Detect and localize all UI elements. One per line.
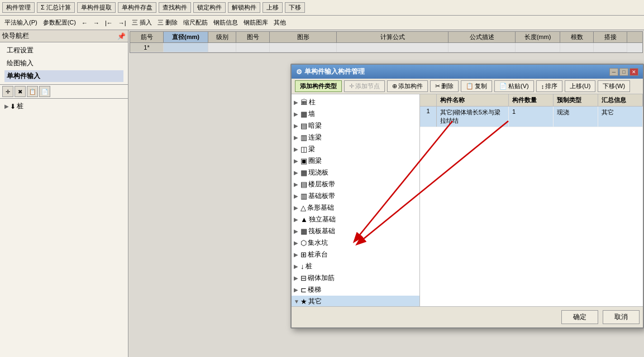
- tree-node-pile-cap[interactable]: ▶ ⊞ 桩承台: [292, 249, 419, 260]
- strip-foundation-icon: △: [300, 204, 306, 212]
- tree-node-floor-belt[interactable]: ▶ ▤ 楼层板带: [292, 178, 419, 190]
- tree-node-beam[interactable]: ▶ ◫ 梁: [292, 143, 419, 155]
- expand-icon: ▶: [4, 103, 9, 109]
- sidebar-icon-3[interactable]: 📋: [27, 86, 38, 97]
- list-th-type: 预制类型: [554, 94, 598, 106]
- expand-icon-hidden-beam: ▶: [294, 123, 299, 129]
- toolbar-param-config[interactable]: 参数配置(C): [41, 18, 78, 27]
- right-content: 筋号 直径(mm) 级别 图号 图形 计算公式 公式描述 长度(mm) 根数 搭…: [128, 30, 644, 357]
- list-th-num: [420, 94, 437, 106]
- ring-beam-icon: ▣: [300, 157, 307, 165]
- tree-node-connecting-beam[interactable]: ▶ ▥ 连梁: [292, 132, 419, 143]
- toolbar-first[interactable]: |←: [103, 19, 115, 27]
- sort-icon: ↕: [541, 83, 545, 90]
- sidebar-icon-2[interactable]: ✖: [15, 86, 26, 97]
- toolbar-single-extract[interactable]: 单构件提取: [77, 2, 116, 13]
- tree-node-beam-label: 梁: [308, 144, 315, 154]
- dlg-move-down-button[interactable]: 下移(W): [598, 80, 630, 92]
- ok-button[interactable]: 确定: [561, 310, 598, 324]
- copy-button[interactable]: 📋 复制: [461, 80, 492, 92]
- tree-node-masonry-rebar[interactable]: ▶ ⊟ 砌体加筋: [292, 272, 419, 284]
- tree-item-pile[interactable]: ▶ ⬇ 桩: [4, 101, 123, 112]
- toolbar-insert[interactable]: 三 插入: [130, 18, 154, 27]
- nav-drawing-input[interactable]: 绘图输入: [4, 57, 123, 69]
- dialog-restore-btn[interactable]: □: [619, 68, 628, 76]
- toolbar-move-up[interactable]: 上移: [263, 2, 283, 13]
- dlg-move-up-button[interactable]: 上移(U): [565, 80, 595, 92]
- tree-node-wall-label: 墙: [308, 109, 315, 119]
- tree-node-hidden-beam-label: 暗梁: [308, 121, 322, 131]
- component-tree-panel: ▶ 🏛 柱 ▶ ▦ 墙 ▶ ▤ 暗梁: [292, 94, 420, 306]
- add-component-button[interactable]: ⊕ 添加构件: [387, 80, 428, 92]
- left-sidebar: 快导航栏 📌 工程设置 绘图输入 单构件输入 ✛ ✖ 📋 📄 ▶ ⬇ 桩: [0, 30, 128, 357]
- list-th-count: 构件数量: [509, 94, 554, 106]
- pile-icon: ↓: [300, 262, 304, 271]
- nav-project-settings[interactable]: 工程设置: [4, 45, 123, 56]
- toolbar-sum-calc[interactable]: Σ 汇总计算: [37, 2, 75, 13]
- dialog-minimize-btn[interactable]: ─: [609, 68, 618, 76]
- expand-icon-ring-beam: ▶: [294, 158, 299, 164]
- tree-node-foundation-belt[interactable]: ▶ ▥ 基础板带: [292, 190, 419, 202]
- tree-node-sump[interactable]: ▶ ⬡ 集水坑: [292, 237, 419, 249]
- pile-cap-icon: ⊞: [300, 250, 307, 259]
- tree-node-isolated-foundation[interactable]: ▶ ▲ 独立基础: [292, 214, 419, 225]
- list-row-type: 现浇: [554, 107, 598, 127]
- tree-node-strip-foundation[interactable]: ▶ △ 条形基础: [292, 202, 419, 214]
- toolbar-single-save[interactable]: 单构件存盘: [118, 2, 156, 13]
- sidebar-tree: ▶ ⬇ 桩: [0, 99, 128, 114]
- tree-node-floor-belt-label: 楼层板带: [308, 180, 335, 189]
- cast-slab-icon: ▦: [300, 168, 307, 177]
- tree-node-column[interactable]: ▶ 🏛 柱: [292, 97, 419, 108]
- list-row-1[interactable]: 1 其它|砌体墙长5米与梁拉结结 1 现浇 其它: [420, 107, 643, 127]
- add-type-button[interactable]: 添加构件类型: [295, 80, 342, 92]
- toolbar-rebar-info[interactable]: 钢筋信息: [211, 18, 240, 27]
- tree-node-wall[interactable]: ▶ ▦ 墙: [292, 108, 419, 120]
- expand-icon-beam: ▶: [294, 146, 299, 152]
- column-icon: 🏛: [300, 98, 308, 107]
- toolbar-last[interactable]: →|: [116, 19, 128, 27]
- toolbar-rebar-library[interactable]: 钢筋图库: [241, 18, 270, 27]
- tree-node-pile[interactable]: ▶ ↓ 桩: [292, 260, 419, 272]
- list-header: 构件名称 构件数量 预制类型 汇总信息: [420, 94, 643, 107]
- toolbar-flat-input[interactable]: 平法输入(P): [2, 18, 40, 27]
- tree-node-ring-beam[interactable]: ▶ ▣ 圈梁: [292, 155, 419, 167]
- paste-button[interactable]: 📄 粘贴(V): [494, 80, 534, 92]
- toolbar-unlock-component[interactable]: 解锁构件: [228, 2, 260, 13]
- floor-belt-icon: ▤: [300, 180, 307, 189]
- tree-node-hidden-beam[interactable]: ▶ ▤ 暗梁: [292, 120, 419, 132]
- add-node-button[interactable]: ✛ 添加节点: [344, 80, 385, 92]
- list-row-count: 1: [509, 107, 554, 127]
- other-icon: ★: [300, 297, 307, 306]
- cancel-button[interactable]: 取消: [603, 310, 640, 324]
- staircase-icon: ⊏: [300, 286, 307, 294]
- delete-button[interactable]: ✂ 删除: [430, 80, 459, 92]
- list-th-name: 构件名称: [437, 94, 509, 106]
- toolbar-component-management[interactable]: 构件管理: [2, 2, 35, 13]
- sidebar-pin-icon[interactable]: 📌: [117, 32, 126, 40]
- toolbar-next[interactable]: →: [91, 19, 102, 27]
- tree-node-foundation-belt-label: 基础板带: [308, 191, 335, 201]
- tree-node-cast-slab[interactable]: ▶ ▦ 现浇板: [292, 167, 419, 178]
- toolbar-move-down[interactable]: 下移: [285, 2, 305, 13]
- masonry-rebar-icon: ⊟: [300, 274, 307, 282]
- sort-button[interactable]: ↕ 排序: [536, 80, 563, 92]
- toolbar-prev[interactable]: ←: [79, 19, 90, 27]
- tree-item-pile-text: 桩: [17, 102, 23, 111]
- dialog-close-btn[interactable]: ✕: [629, 68, 638, 76]
- toolbar-other[interactable]: 其他: [271, 18, 288, 27]
- toolbar-scale-rebar[interactable]: 缩尺配筋: [181, 18, 210, 27]
- sidebar-icons: ✛ ✖ 📋 📄: [0, 84, 128, 99]
- nav-single-component-input[interactable]: 单构件输入: [4, 70, 123, 82]
- expand-icon-strip-foundation: ▶: [294, 205, 299, 211]
- sidebar-nav: 工程设置 绘图输入 单构件输入: [0, 42, 128, 84]
- beam-icon: ◫: [300, 145, 307, 153]
- sidebar-icon-4[interactable]: 📄: [39, 86, 50, 97]
- toolbar-lock-component[interactable]: 锁定构件: [193, 2, 226, 13]
- sidebar-icon-1[interactable]: ✛: [2, 86, 13, 97]
- tree-node-other[interactable]: ▼ ★ 其它: [292, 296, 419, 306]
- toolbar-find-component[interactable]: 查找构件: [159, 2, 191, 13]
- tree-node-staircase[interactable]: ▶ ⊏ 楼梯: [292, 284, 419, 296]
- tree-node-pile-label: 桩: [306, 262, 312, 271]
- toolbar-delete[interactable]: 三 删除: [155, 18, 180, 27]
- tree-node-raft-foundation[interactable]: ▶ ▦ 筏板基础: [292, 225, 419, 237]
